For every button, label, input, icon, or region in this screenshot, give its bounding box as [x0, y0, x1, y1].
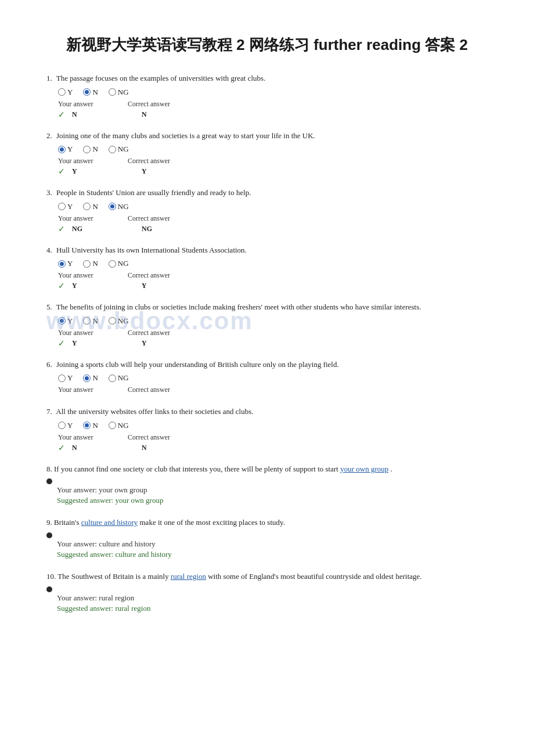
q2-answer-header: Your answer Correct answer [46, 157, 488, 165]
q6-option-Y[interactable]: Y [58, 373, 73, 383]
q4-number: 4. [46, 246, 52, 254]
q2-your-answer: Y [72, 167, 142, 176]
q2-option-NG[interactable]: NG [109, 145, 129, 154]
q3-options[interactable]: Y N NG [46, 202, 488, 211]
question-9: 9. Britain's culture and history make it… [46, 517, 488, 559]
q7-correct-answer: N [142, 444, 211, 452]
q2-option-N[interactable]: N [83, 145, 98, 154]
q4-radio-Y[interactable] [58, 260, 66, 268]
q5-your-answer: Y [72, 339, 142, 348]
q5-options[interactable]: Y N NG [46, 316, 488, 326]
q4-option-Y[interactable]: Y [58, 259, 73, 268]
q9-bullet [46, 532, 52, 538]
q2-answer-row: ✓ Y Y [46, 167, 488, 177]
q5-answer-header: Your answer Correct answer [46, 329, 488, 337]
q3-radio-N[interactable] [83, 203, 91, 210]
q4-option-NG[interactable]: NG [109, 259, 129, 268]
q9-underline: culture and history [81, 518, 138, 527]
q6-radio-NG[interactable] [109, 375, 116, 382]
q7-radio-NG[interactable] [109, 422, 116, 429]
q6-radio-N[interactable] [83, 375, 91, 382]
q6-answer-header: Your answer Correct answer [46, 386, 488, 394]
question-3: 3. People in Students' Union are usually… [46, 187, 488, 234]
q4-radio-NG[interactable] [109, 260, 116, 268]
q5-correct-answer: Y [142, 339, 211, 348]
q3-your-answer: NG [72, 225, 142, 233]
q7-radio-Y[interactable] [58, 422, 66, 429]
q5-text: 5. The benefits of joining in clubs or s… [46, 301, 488, 313]
q1-text: 1. The passage focuses on the examples o… [46, 73, 488, 84]
q6-options[interactable]: Y N NG [46, 373, 488, 383]
q5-radio-Y[interactable] [58, 317, 66, 325]
q8-number: 8. [46, 465, 52, 473]
q1-option-N[interactable]: N [83, 88, 98, 97]
q8-answers: Your answer: your own group Suggested an… [46, 485, 488, 505]
q4-option-N[interactable]: N [83, 259, 98, 268]
q3-radio-Y[interactable] [58, 203, 66, 210]
q4-text: 4. Hull University has its own Internati… [46, 244, 488, 256]
q3-option-NG[interactable]: NG [109, 202, 129, 211]
q2-option-Y[interactable]: Y [58, 145, 73, 154]
q10-underline: rural region [171, 572, 206, 581]
q1-radio-N[interactable] [83, 88, 91, 96]
q10-suggested-answer: Suggested answer: rural region [57, 604, 488, 613]
q5-radio-NG[interactable] [109, 317, 116, 325]
q7-checkmark: ✓ [58, 443, 67, 453]
q7-options[interactable]: Y N NG [46, 421, 488, 430]
q3-radio-NG[interactable] [109, 203, 116, 210]
q4-answer-header: Your answer Correct answer [46, 271, 488, 280]
q2-radio-N[interactable] [83, 146, 91, 153]
question-2: 2. Joining one of the many clubs and soc… [46, 130, 488, 177]
q8-suggested-answer: Suggested answer: your own group [57, 496, 488, 505]
q3-text: 3. People in Students' Union are usually… [46, 187, 488, 199]
q1-checkmark: ✓ [58, 110, 67, 120]
q6-number: 6. [46, 360, 52, 369]
q3-correct-answer: NG [142, 225, 211, 233]
q1-options[interactable]: Y N NG [46, 88, 488, 97]
q8-underline: your own group [340, 465, 388, 473]
q1-radio-Y[interactable] [58, 88, 66, 96]
q5-option-NG[interactable]: NG [109, 316, 129, 326]
question-4: 4. Hull University has its own Internati… [46, 244, 488, 291]
q9-your-answer: Your answer: culture and history [57, 539, 488, 549]
q2-options[interactable]: Y N NG [46, 145, 488, 154]
question-6: 6. Joining a sports club will help your … [46, 359, 488, 396]
q1-option-NG[interactable]: NG [109, 88, 129, 97]
q7-option-N[interactable]: N [83, 421, 98, 430]
q2-checkmark: ✓ [58, 167, 67, 177]
q7-text: 7. All the university websites offer lin… [46, 406, 488, 417]
q6-option-NG[interactable]: NG [109, 373, 129, 383]
q4-your-answer: Y [72, 282, 142, 290]
q4-radio-N[interactable] [83, 260, 91, 268]
q1-number: 1. [46, 74, 52, 82]
q9-number: 9. [46, 518, 52, 527]
question-5: www.bdocx.com 5. The benefits of joining… [46, 301, 488, 348]
q5-radio-N[interactable] [83, 317, 91, 325]
q8-bullet [46, 478, 52, 484]
q6-radio-Y[interactable] [58, 375, 66, 382]
q2-radio-Y[interactable] [58, 146, 66, 153]
q1-your-answer: N [72, 110, 142, 119]
q3-option-N[interactable]: N [83, 202, 98, 211]
q10-answers: Your answer: rural region Suggested answ… [46, 593, 488, 613]
q6-option-N[interactable]: N [83, 373, 98, 383]
q5-option-N[interactable]: N [83, 316, 98, 326]
page-title: 新视野大学英语读写教程 2 网络练习 further reading 答案 2 [46, 35, 488, 55]
question-8: 8. If you cannot find one society or clu… [46, 463, 488, 506]
q7-radio-N[interactable] [83, 422, 91, 429]
q7-option-Y[interactable]: Y [58, 421, 73, 430]
q7-option-NG[interactable]: NG [109, 421, 129, 430]
q8-your-answer: Your answer: your own group [57, 485, 488, 495]
q1-option-Y[interactable]: Y [58, 88, 73, 97]
q4-options[interactable]: Y N NG [46, 259, 488, 268]
question-10: 10. The Southwest of Britain is a mainly… [46, 571, 488, 613]
q3-checkmark: ✓ [58, 224, 67, 234]
questions-container: 1. The passage focuses on the examples o… [46, 73, 488, 613]
q1-radio-NG[interactable] [109, 88, 116, 96]
question-1: 1. The passage focuses on the examples o… [46, 73, 488, 120]
q10-number: 10. [46, 572, 56, 581]
q1-answer-row: ✓ N N [46, 110, 488, 120]
q3-option-Y[interactable]: Y [58, 202, 73, 211]
q2-radio-NG[interactable] [109, 146, 116, 153]
q5-option-Y[interactable]: Y [58, 316, 73, 326]
